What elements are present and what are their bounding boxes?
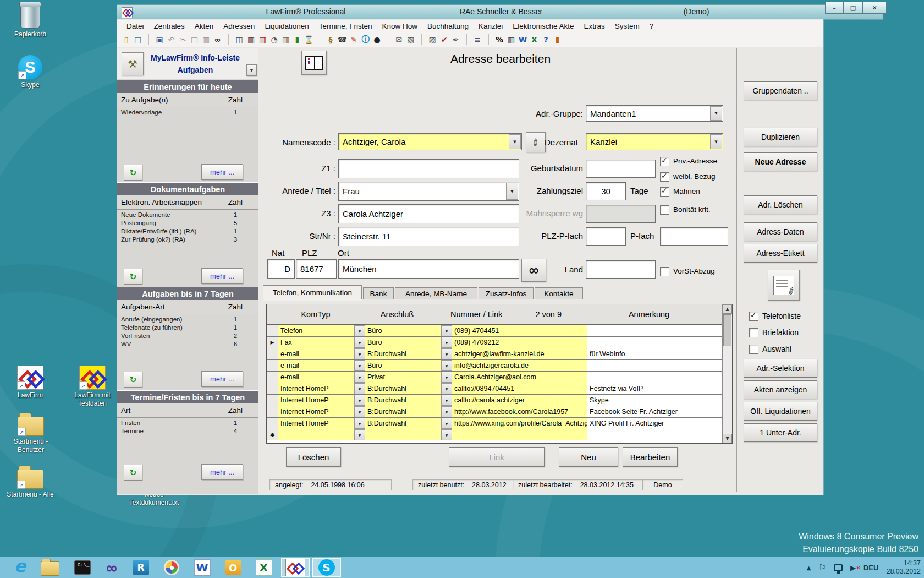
dropdown-arrow-icon[interactable] (441, 348, 452, 359)
info-view-dropdown[interactable] (246, 64, 257, 76)
mehr-button[interactable]: mehr ... (201, 464, 243, 480)
nummer-link-cell[interactable]: achtziger@lawfirm-kanzlei.de (452, 348, 587, 359)
komtyp-cell[interactable] (278, 429, 354, 440)
adress-daten-button[interactable]: Adress-Daten (744, 222, 817, 241)
taskbar-word-icon[interactable] (194, 559, 211, 576)
refresh-button[interactable] (124, 165, 142, 181)
kommunikation-row[interactable]: Internet HomeP B:Durchwahl http://www.fa… (267, 406, 732, 417)
cut-icon[interactable]: ✂ (177, 34, 189, 45)
anschluss-cell[interactable]: Büro (365, 360, 441, 371)
paste-icon[interactable]: ▥ (200, 34, 212, 45)
maximize-button[interactable]: □ (844, 2, 862, 14)
loeschen-button[interactable]: Löschen (286, 447, 341, 467)
anmerkung-cell[interactable] (587, 360, 722, 371)
menu-item[interactable]: ? (645, 22, 659, 30)
neue-adresse-button[interactable]: Neue Adresse (744, 152, 817, 171)
taskbar-paint-icon[interactable] (164, 560, 179, 575)
telefonliste-drucken-button[interactable] (768, 270, 800, 301)
info-row[interactable]: VorFristen2 (117, 331, 258, 340)
undo-icon[interactable]: ↶ (166, 34, 177, 45)
anmerkung-cell[interactable]: Skype (587, 395, 722, 406)
dropdown-arrow-icon[interactable] (441, 383, 452, 394)
menu-item[interactable]: Akten (190, 22, 219, 30)
dropdown-arrow-icon[interactable] (354, 418, 365, 429)
scroll-up-icon[interactable]: ▲ (723, 304, 732, 314)
dropdown-arrow-icon[interactable] (354, 360, 365, 371)
dropdown-arrow-icon[interactable] (441, 337, 452, 348)
mehr-button[interactable]: mehr ... (201, 371, 243, 387)
scroll-down-icon[interactable]: ▼ (723, 434, 732, 443)
dictation-icon[interactable]: ✎ (348, 34, 360, 45)
priv-adresse-checkbox[interactable]: Priv.-Adresse (660, 157, 717, 166)
menu-item[interactable]: Termine, Fristen (314, 22, 377, 30)
duplizieren-button[interactable]: Duplizieren (744, 128, 817, 146)
kommunikation-row[interactable]: Telefon Büro (089) 4704451 (267, 325, 732, 336)
refresh-button[interactable] (124, 465, 142, 481)
taskbar-explorer-icon[interactable] (41, 559, 59, 576)
dropdown-arrow-icon[interactable] (506, 183, 518, 200)
dropdown-arrow-icon[interactable] (441, 418, 452, 429)
nummer-link-cell[interactable]: Carola.Achtziger@aol.com (452, 372, 587, 383)
phone-book-icon[interactable]: ▥ (257, 34, 268, 45)
info-row[interactable]: Diktate/Entwürfe (lfd.) (RA)1 (117, 227, 258, 235)
menu-item[interactable]: Adressen (218, 22, 260, 30)
komtyp-cell[interactable]: e-mail (278, 372, 354, 383)
dropdown-arrow-icon[interactable] (710, 134, 722, 149)
window-titlebar[interactable]: LawFirm® Professional RAe Schneller & Be… (117, 4, 883, 20)
volume-muted-icon[interactable] (850, 564, 856, 572)
info-row[interactable]: Termine4 (117, 427, 258, 435)
menu-item[interactable]: Extras (579, 22, 609, 30)
komtyp-cell[interactable]: Internet HomeP (278, 395, 354, 406)
anschluss-cell[interactable]: B:Durchwahl (365, 395, 441, 406)
komtyp-cell[interactable]: Internet HomeP (278, 383, 354, 394)
taskbar-visualstudio-icon[interactable] (106, 559, 118, 576)
z3-field[interactable]: Carola Achtziger (338, 204, 519, 223)
dropdown-arrow-icon[interactable] (354, 395, 365, 406)
komtyp-cell[interactable]: e-mail (278, 360, 354, 371)
anmerkung-cell[interactable]: Festnetz via VoIP (587, 383, 722, 394)
dropdown-arrow-icon[interactable] (354, 337, 365, 348)
anmerkung-cell[interactable]: XING Profil Fr. Achtziger (587, 418, 722, 429)
unter-adr-button[interactable]: 1 Unter-Adr. (744, 423, 817, 442)
nummer-link-cell[interactable] (452, 429, 587, 440)
dropdown-arrow-icon[interactable] (441, 325, 452, 336)
network-icon[interactable] (834, 564, 843, 571)
taskbar-beta-app-icon[interactable] (133, 560, 149, 575)
kommunikation-row[interactable] (267, 429, 732, 440)
tray-expand-icon[interactable] (807, 565, 811, 571)
dropdown-arrow-icon[interactable] (354, 383, 365, 394)
anschluss-cell[interactable]: Büro (365, 337, 441, 348)
kommunikation-row[interactable]: e-mail Privat Carola.Achtziger@aol.com (267, 371, 732, 383)
pfach-field[interactable] (660, 227, 728, 246)
menu-item[interactable]: Datei (122, 22, 149, 30)
nummer-link-cell[interactable]: https://www.xing.com/profile/Carola_Acht… (452, 418, 587, 429)
briefaktion-checkbox[interactable]: Briefaktion (749, 328, 799, 337)
mehr-button[interactable]: mehr ... (201, 268, 243, 284)
menu-item[interactable]: Liquidationen (260, 22, 314, 30)
taskbar-cmd-icon[interactable] (74, 560, 91, 575)
word-export-icon[interactable]: W (517, 34, 529, 45)
clock[interactable]: 14:37 28.03.2012 (886, 559, 921, 576)
tab-kontakte[interactable]: Kontakte (535, 287, 583, 299)
document-text-icon[interactable]: ▨ (421, 34, 438, 45)
calendar-icon[interactable]: ▦ (280, 34, 292, 45)
strnr-field[interactable]: Steinerstr. 11 (338, 227, 519, 246)
kommunikation-row[interactable]: Internet HomeP B:Durchwahl https://www.x… (267, 417, 732, 429)
refresh-button[interactable] (124, 269, 142, 285)
auswahl-checkbox[interactable]: Auswahl (749, 345, 791, 354)
anmerkung-cell[interactable] (587, 372, 722, 383)
komtyp-cell[interactable]: Internet HomeP (278, 406, 354, 417)
anmerkung-cell[interactable] (587, 429, 722, 440)
tab-telefon-kommunikation[interactable]: Telefon, Kommunikation (263, 285, 362, 299)
bearbeiten-button[interactable]: Bearbeiten (623, 447, 678, 467)
excel-export-icon[interactable]: X (529, 34, 540, 45)
clipboard-check-icon[interactable]: ✔ (438, 34, 450, 45)
adr-gruppe-select[interactable]: Mandanten1 (586, 105, 723, 122)
gruppendaten-button[interactable]: Gruppendaten .. (744, 81, 817, 100)
desktop-icon-papierkorb[interactable]: Papierkorb (6, 4, 55, 39)
info-row[interactable]: WV6 (117, 340, 258, 348)
dropdown-arrow-icon[interactable] (710, 106, 722, 121)
desktop-icon-startmenu-alle[interactable]: Startmenü - Alle (6, 465, 55, 499)
info-row[interactable]: Zur Prüfung (ok?) (RA)3 (117, 235, 258, 243)
taskbar-skype-icon[interactable] (312, 558, 341, 577)
